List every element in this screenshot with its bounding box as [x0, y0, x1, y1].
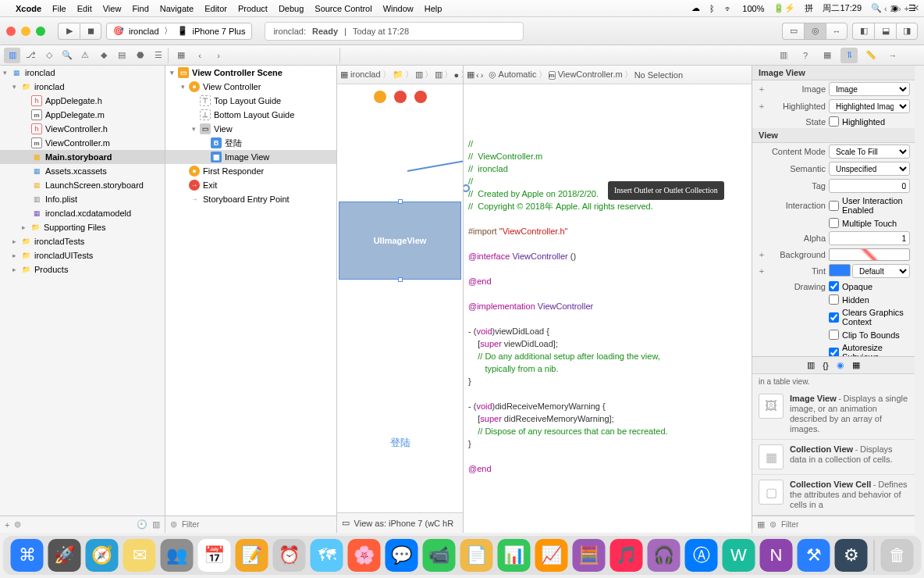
scheme-selector[interactable]: 🎯 ironclad 〉 📱 iPhone 7 Plus — [106, 23, 252, 40]
connections-inspector-tab[interactable]: → — [884, 48, 901, 63]
menu-app[interactable]: Xcode — [16, 4, 41, 13]
breakpoint-navigator-tab[interactable]: ⬣ — [132, 48, 148, 63]
outline-forward-button[interactable]: › — [210, 48, 227, 63]
menu-product[interactable]: Product — [238, 4, 268, 13]
attributes-inspector-tab[interactable]: ⥮ — [840, 48, 858, 63]
canvas-footer[interactable]: ▭ View as: iPhone 7 (wC hR — [337, 512, 463, 533]
tint-select[interactable]: Default — [852, 264, 910, 278]
dock-app[interactable]: W — [723, 539, 755, 572]
outline-scene[interactable]: ▾▭View Controller Scene — [165, 66, 336, 80]
cloud-icon[interactable]: ☁ — [691, 3, 700, 13]
jump-crumb[interactable]: ▥ — [415, 70, 423, 80]
source-control-navigator-tab[interactable]: ⎇ — [22, 48, 38, 63]
jump-crumb[interactable]: ▦ ironclad — [340, 70, 381, 80]
zoom-window-button[interactable] — [36, 27, 45, 36]
source-code-editor[interactable]: Insert Outlet or Outlet Collection //// … — [464, 84, 752, 533]
content-mode-select[interactable]: Scale To Fill — [829, 144, 910, 159]
canvas-device-toggle[interactable]: ▭ — [342, 518, 350, 528]
dock-app[interactable]: 🎵 — [610, 539, 643, 572]
forward-button[interactable]: › — [481, 70, 484, 80]
debug-navigator-tab[interactable]: ▤ — [114, 48, 130, 63]
nav-group[interactable]: ▸📁Supporting Files — [0, 220, 165, 234]
outline-top-guide[interactable]: ⊤Top Layout Guide — [165, 94, 336, 108]
login-button-element[interactable]: 登陆 — [390, 436, 410, 450]
nav-file[interactable]: ▦Assets.xcassets — [0, 164, 165, 178]
assistant-editor-button[interactable]: ◎ — [804, 23, 826, 40]
dock-app[interactable]: 📝 — [236, 539, 268, 572]
object-library-tab[interactable]: ◉ — [837, 360, 844, 370]
nav-file[interactable]: ▦LaunchScreen.storyboard — [0, 178, 165, 192]
editor-mode-segmented[interactable]: ▭ ◎ ↔ — [782, 23, 848, 40]
resize-handle[interactable] — [398, 277, 403, 282]
dock-app[interactable]: N — [760, 539, 793, 572]
resize-handle[interactable] — [398, 199, 403, 204]
clears-graphics-checkbox[interactable] — [829, 312, 839, 323]
outline-image-view[interactable]: ▦Image View — [165, 150, 336, 164]
menu-find[interactable]: Find — [132, 4, 148, 13]
clock[interactable]: 周二17:29 — [823, 2, 862, 14]
related-items-icon[interactable]: ▦ — [467, 70, 474, 80]
menu-file[interactable]: File — [52, 4, 66, 13]
objlib-filter-input[interactable] — [781, 520, 910, 529]
user-interaction-checkbox[interactable] — [829, 201, 839, 211]
media-library-tab[interactable]: ▦ — [852, 360, 860, 370]
nav-group[interactable]: ▸📁ironcladTests — [0, 234, 165, 248]
uiimageview-element[interactable]: UIImageView — [339, 202, 461, 280]
jump-file[interactable]: m ViewController.m — [549, 70, 623, 80]
jump-crumb[interactable]: ● — [454, 70, 460, 80]
nav-file[interactable]: hViewController.h — [0, 122, 165, 136]
image-combobox[interactable]: Image — [829, 82, 910, 96]
menu-view[interactable]: View — [103, 4, 122, 13]
outline-first-responder[interactable]: ●First Responder — [165, 164, 336, 178]
dock-app[interactable]: 📈 — [535, 539, 568, 572]
scm-filter-icon[interactable]: ▥ — [152, 519, 160, 530]
dock-app[interactable]: 📊 — [498, 539, 531, 572]
minimize-window-button[interactable] — [21, 27, 30, 36]
close-window-button[interactable] — [6, 27, 16, 36]
dock-app[interactable]: ⚙ — [835, 539, 868, 572]
standard-editor-button[interactable]: ▭ — [782, 23, 804, 40]
plus-icon[interactable]: + — [757, 250, 766, 259]
dock-app[interactable]: 🗺 — [311, 539, 343, 572]
test-navigator-tab[interactable]: ◆ — [95, 48, 112, 63]
dock-trash[interactable]: 🗑 — [881, 539, 914, 572]
dock-app[interactable]: 🧭 — [86, 539, 119, 572]
semantic-select[interactable]: Unspecified — [829, 162, 910, 176]
outline-view[interactable]: ▾▭View — [165, 122, 336, 136]
toggle-inspector-button[interactable]: ◨ — [896, 23, 918, 40]
nav-file[interactable]: mViewController.m — [0, 136, 165, 150]
alpha-field[interactable] — [829, 231, 910, 245]
dock-app[interactable]: 📄 — [460, 539, 493, 572]
autoresize-checkbox[interactable] — [829, 348, 839, 357]
assistant-jump-bar[interactable]: ▦ ‹ › ◎ Automatic〉 m ViewController.m〉 N… — [464, 66, 752, 84]
jump-selection[interactable]: No Selection — [634, 70, 683, 80]
background-color-well[interactable] — [829, 248, 910, 261]
outline-exit[interactable]: →Exit — [165, 178, 336, 192]
version-editor-button[interactable]: ↔ — [826, 23, 848, 40]
dock-app[interactable]: 💬 — [386, 539, 418, 572]
canvas-body[interactable]: UIImageView 登陆 — [337, 84, 463, 512]
hidden-checkbox[interactable] — [829, 294, 839, 305]
menu-debug[interactable]: Debug — [279, 4, 304, 13]
find-navigator-tab[interactable]: 🔍 — [59, 48, 75, 63]
quick-help-inspector-tab[interactable]: ? — [797, 48, 814, 63]
dock-app[interactable]: ⚒ — [798, 539, 830, 572]
plus-icon[interactable]: + — [757, 102, 766, 111]
outline-view-controller[interactable]: ▾●View Controller — [165, 80, 336, 94]
canvas-jump-bar[interactable]: ▦ ironclad〉 📁〉 ▥〉 ▥〉 ●〉 ▭ View〉 ▦ Image … — [337, 66, 463, 84]
dock-app[interactable]: 🌸 — [348, 539, 381, 572]
outline-filter-input[interactable] — [182, 520, 332, 529]
project-navigator-tab[interactable]: ▥ — [4, 48, 20, 63]
multiple-touch-checkbox[interactable] — [829, 218, 839, 228]
objlib-item-collection-view-cell[interactable]: ▢ Collection View Cell - Defines the att… — [752, 475, 915, 516]
menu-help[interactable]: Help — [425, 4, 442, 13]
nav-group[interactable]: ▸📁Products — [0, 262, 165, 277]
code-snippet-library-tab[interactable]: {} — [823, 361, 828, 370]
objlib-item-collection-view[interactable]: ▦ Collection View - Displays data in a c… — [752, 440, 915, 475]
dock-app[interactable]: 🚀 — [48, 539, 81, 572]
add-button[interactable]: + — [5, 520, 9, 530]
dock-app[interactable]: 🎧 — [648, 539, 681, 572]
nav-file[interactable]: ▦ironclad.xcdatamodeld — [0, 206, 165, 220]
outline-back-button[interactable]: ‹ — [191, 48, 208, 63]
menu-window[interactable]: Window — [383, 4, 414, 13]
